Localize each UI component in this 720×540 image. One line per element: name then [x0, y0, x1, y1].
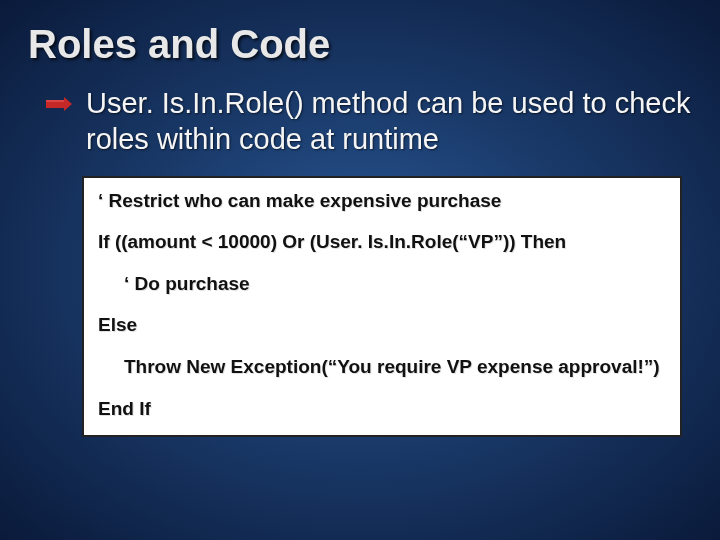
code-line: Else [98, 312, 666, 338]
bullet-icon [46, 97, 72, 111]
body-row: User. Is.In.Role() method can be used to… [28, 85, 692, 158]
code-box: ‘ Restrict who can make expensive purcha… [82, 176, 682, 438]
svg-marker-1 [64, 97, 72, 111]
code-line: If ((amount < 10000) Or (User. Is.In.Rol… [98, 229, 666, 255]
code-line: ‘ Do purchase [98, 271, 666, 297]
code-line: ‘ Restrict who can make expensive purcha… [98, 188, 666, 214]
slide-title: Roles and Code [28, 22, 692, 67]
code-line: End If [98, 396, 666, 422]
slide: Roles and Code User. Is.In.Role() method… [0, 0, 720, 540]
code-line: Throw New Exception(“You require VP expe… [98, 354, 666, 380]
svg-rect-2 [46, 100, 64, 102]
body-text: User. Is.In.Role() method can be used to… [86, 85, 692, 158]
